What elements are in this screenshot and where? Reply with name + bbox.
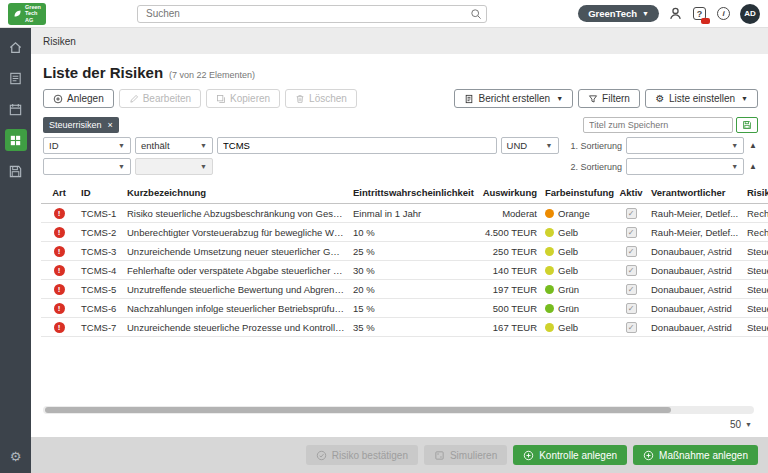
table-row[interactable]: ! TCMS-1 Risiko steuerliche Abzugsbeschr… <box>41 204 768 223</box>
category-cell: Steuerrisiken > <box>743 242 768 261</box>
report-button[interactable]: Bericht erstellen▼ <box>454 89 573 108</box>
column-header[interactable]: Eintrittswahrscheinlichkeit <box>349 182 477 204</box>
button-label: Bericht erstellen <box>478 93 550 104</box>
color-dot <box>545 266 554 275</box>
chevron-down-icon: ▼ <box>731 142 738 149</box>
chevron-down-icon: ▼ <box>741 95 748 102</box>
impact-cell: 4.500 TEUR <box>477 223 541 242</box>
category-cell: Steuerrisiken > <box>743 280 768 299</box>
risk-id-cell: TCMS-6 <box>77 299 123 318</box>
color-rating-cell: Gelb <box>541 318 615 337</box>
risk-type-cell: ! <box>41 299 77 318</box>
sidebar-item-risks[interactable] <box>5 129 27 151</box>
owner-cell: Donaubauer, Astrid <box>647 318 743 337</box>
filter-button[interactable]: Filtern <box>578 89 640 108</box>
risk-alert-icon: ! <box>54 284 65 295</box>
aktiv-checkbox[interactable]: ✓ <box>626 322 637 333</box>
aktiv-checkbox[interactable]: ✓ <box>626 303 637 314</box>
column-header[interactable]: Auswirkung <box>477 182 541 204</box>
save-filter-button[interactable] <box>736 117 758 133</box>
sidebar-item-reports[interactable] <box>5 160 27 182</box>
copy-button[interactable]: Kopieren <box>206 89 280 108</box>
chevron-down-icon: ▼ <box>745 421 752 428</box>
page-size-selector[interactable]: 50 ▼ <box>31 414 768 437</box>
horizontal-scrollbar-track[interactable] <box>43 406 754 414</box>
column-header[interactable]: Kurzbezeichnung <box>123 182 349 204</box>
risk-type-cell: ! <box>41 318 77 337</box>
probability-cell: 25 % <box>349 242 477 261</box>
risk-type-cell: ! <box>41 204 77 223</box>
sidebar-item-home[interactable] <box>5 36 27 58</box>
filter-value-input-1[interactable] <box>217 137 497 154</box>
table-row[interactable]: ! TCMS-2 Unberechtigter Vorsteuerabzug f… <box>41 223 768 242</box>
color-dot <box>545 323 554 332</box>
table-row[interactable]: ! TCMS-4 Fehlerhafte oder verspätete Abg… <box>41 261 768 280</box>
aktiv-checkbox[interactable]: ✓ <box>626 208 637 219</box>
org-switcher-button[interactable]: GreenTech ▼ <box>578 5 659 22</box>
horizontal-scrollbar-thumb[interactable] <box>45 407 671 413</box>
trash-icon <box>295 94 305 104</box>
simulate-button[interactable]: Simulieren <box>424 445 507 465</box>
filter-field-select-1[interactable]: ID▼ <box>43 137 131 154</box>
chevron-down-icon: ▼ <box>556 95 563 102</box>
column-header[interactable]: Aktiv <box>615 182 647 204</box>
edit-button[interactable]: Bearbeiten <box>119 89 201 108</box>
sort2-label: 2. Sortierung <box>571 162 623 172</box>
aktiv-checkbox[interactable]: ✓ <box>626 265 637 276</box>
app-root: Green Tech AG GreenTech ▼ ? <box>0 0 768 473</box>
filter-operator-select-1[interactable]: enthält▼ <box>135 137 213 154</box>
button-label: Simulieren <box>450 450 497 461</box>
brand-text: Green Tech AG <box>25 4 41 23</box>
search-input[interactable] <box>137 5 487 23</box>
sidebar-item-settings[interactable]: ⚙ <box>5 445 27 467</box>
create-control-button[interactable]: Kontrolle anlegen <box>513 445 627 465</box>
table-row[interactable]: ! TCMS-3 Unzureichende Umsetzung neuer s… <box>41 242 768 261</box>
table-row[interactable]: ! TCMS-7 Unzureichende steuerliche Proze… <box>41 318 768 337</box>
filter-area: Steuerrisiken × ID▼ enthält▼ <box>31 117 768 182</box>
brand-logo[interactable]: Green Tech AG <box>8 3 46 25</box>
notification-badge <box>701 18 710 24</box>
sort2-direction-icon[interactable]: ▲ <box>748 162 758 171</box>
column-header[interactable]: Art <box>41 182 77 204</box>
table-row[interactable]: ! TCMS-6 Nachzahlungen infolge steuerlic… <box>41 299 768 318</box>
confirm-risk-button[interactable]: Risiko bestätigen <box>306 445 418 465</box>
column-header[interactable]: Farbeinstufung <box>541 182 615 204</box>
impact-cell: 140 TEUR <box>477 261 541 280</box>
aktiv-checkbox[interactable]: ✓ <box>626 284 637 295</box>
list-settings-button[interactable]: ⚙Liste einstellen▼ <box>645 89 758 108</box>
filter-conjunction-select[interactable]: UND▼ <box>501 137 559 154</box>
sort1-direction-icon[interactable]: ▲ <box>748 141 758 150</box>
risk-type-cell: ! <box>41 261 77 280</box>
sort1-select[interactable]: ▼ <box>626 137 744 154</box>
column-header[interactable]: Verantwortlicher <box>647 182 743 204</box>
sidebar-item-calendar[interactable] <box>5 98 27 120</box>
color-rating-cell: Gelb <box>541 223 615 242</box>
delete-button[interactable]: Löschen <box>285 89 357 108</box>
sidebar: ⚙ <box>0 28 31 473</box>
aktiv-checkbox[interactable]: ✓ <box>626 227 637 238</box>
filter-title-input[interactable] <box>583 117 733 133</box>
color-dot <box>545 209 554 218</box>
avatar[interactable]: AD <box>740 4 760 24</box>
user-icon[interactable] <box>668 6 683 21</box>
aktiv-checkbox[interactable]: ✓ <box>626 246 637 257</box>
column-header[interactable]: ID <box>77 182 123 204</box>
sort1-label: 1. Sortierung <box>571 141 623 151</box>
risk-type-cell: ! <box>41 280 77 299</box>
create-measure-button[interactable]: Maßnahme anlegen <box>633 445 758 465</box>
active-cell: ✓ <box>615 318 647 337</box>
probability-cell: 30 % <box>349 261 477 280</box>
close-icon[interactable]: × <box>108 120 113 130</box>
table-row[interactable]: ! TCMS-5 Unzutreffende steuerliche Bewer… <box>41 280 768 299</box>
filter-field-select-2[interactable]: ▼ <box>43 158 131 175</box>
sidebar-item-documents[interactable] <box>5 67 27 89</box>
funnel-icon <box>588 94 598 104</box>
sort2-select[interactable]: ▼ <box>626 158 744 175</box>
filter-tag-steuerrisiken[interactable]: Steuerrisiken × <box>43 117 119 133</box>
column-header[interactable]: Risikokategori <box>743 182 768 204</box>
search-icon <box>470 8 482 20</box>
info-icon[interactable]: i <box>716 6 731 21</box>
filter-operator-select-2[interactable]: ▼ <box>135 158 213 175</box>
help-icon[interactable]: ? <box>692 6 707 21</box>
create-button[interactable]: Anlegen <box>43 89 114 108</box>
